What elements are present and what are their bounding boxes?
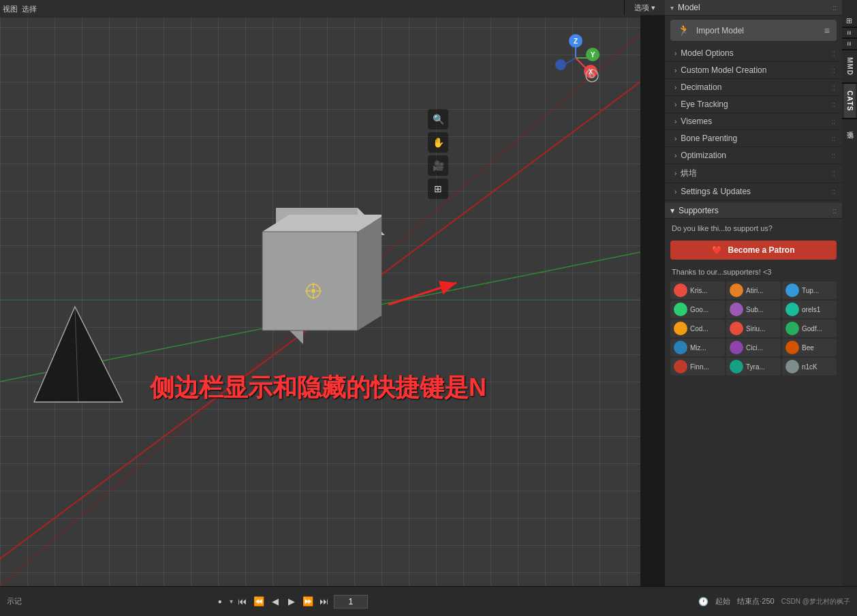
side-panel: ▾ Model :: 🏃 Import Model ≡ › Model Opti… [665, 0, 842, 586]
avatar-image [674, 322, 687, 335]
tab-icon-1[interactable]: ⊞ [843, 15, 856, 27]
model-options-chevron: › [674, 50, 676, 57]
thanks-label: Thanks to our...supporters! <3 [672, 268, 771, 276]
avatar-cell: Cici... [726, 339, 781, 356]
step-back-button[interactable]: ⏪ [252, 595, 266, 609]
select-label: 选项 [634, 3, 649, 13]
avatar-cell: Goo... [670, 301, 725, 318]
shortcut-overlay-text: 侧边栏显示和隐藏的快捷键是N [150, 371, 486, 405]
bone-parenting-grip: :: [831, 135, 835, 142]
next-frame-button[interactable]: ⏩ [301, 595, 315, 609]
model-options-item[interactable]: › Model Options :: [665, 45, 842, 62]
red-arrow-svg [388, 276, 477, 313]
svg-point-36 [586, 70, 598, 82]
avatar-name: Miz... [690, 344, 706, 352]
decimation-label: Decimation [681, 82, 721, 92]
custom-model-grip: :: [831, 67, 835, 74]
3d-viewport[interactable]: 侧边栏显示和隐藏的快捷键是N Z Y X 🔍 [0, 0, 640, 586]
right-tab-bar: ⊞ ≡ ≡ MMD CATS 选项 [842, 0, 857, 586]
supporters-support-text: Do you like thi...to support us? [665, 219, 842, 238]
prev-frame-button[interactable]: ◀ [268, 595, 282, 609]
decimation-item[interactable]: › Decimation :: [665, 79, 842, 96]
supporters-header[interactable]: ▾ Supporters :: [665, 203, 842, 219]
avatar-cell: Godf... [782, 320, 837, 337]
viewport-menu-item-2[interactable]: 选择 [22, 4, 37, 14]
import-model-menu-icon: ≡ [824, 25, 830, 36]
red-arrow-pointer [388, 276, 477, 316]
model-section-header[interactable]: ▾ Model :: [665, 0, 842, 16]
import-model-button[interactable]: 🏃 Import Model ≡ [670, 20, 837, 41]
bone-parenting-chevron: › [674, 135, 676, 142]
crosshair-icon [305, 283, 322, 299]
playback-controls: ● ▾ ⏮ ⏪ ◀ ▶ ⏩ ⏭ [213, 595, 368, 609]
avatar-cell: Tyra... [726, 358, 781, 375]
viewport-select-button[interactable]: 选项 ▾ [624, 0, 665, 15]
settings-updates-item[interactable]: › Settings & Updates :: [665, 183, 842, 200]
tab-icon-3[interactable]: ≡ [843, 39, 856, 48]
visemes-label: Visemes [681, 117, 712, 126]
viewport-menu-item[interactable]: 视图 [3, 4, 18, 14]
avatar-image [674, 283, 687, 297]
end-label: 结束点·250 [737, 596, 774, 606]
avatar-name: Sub... [746, 306, 764, 313]
camera-pyramid [27, 300, 146, 409]
dropdown-arrow-record[interactable]: ▾ [230, 598, 233, 605]
avatar-name: Cod... [690, 325, 708, 333]
decimation-grip: :: [831, 84, 835, 91]
select-arrow: ▾ [651, 3, 655, 12]
svg-marker-9 [358, 215, 381, 330]
tab-mmd[interactable]: MMD [844, 50, 856, 82]
visemes-chevron: › [674, 118, 676, 125]
zoom-icon[interactable]: 🔍 [428, 109, 448, 129]
custom-model-label: Custom Model Creation [681, 65, 766, 75]
optimization-label: Optimization [681, 151, 726, 160]
avatar-name: Bee [802, 344, 814, 352]
eye-tracking-chevron: › [674, 101, 676, 108]
visemes-item[interactable]: › Visemes :: [665, 113, 842, 130]
record-dot[interactable]: ● [213, 595, 227, 609]
avatar-cell: Tup... [782, 281, 837, 299]
eye-tracking-item[interactable]: › Eye Tracking :: [665, 96, 842, 113]
jump-start-button[interactable]: ⏮ [236, 595, 249, 609]
avatar-name: Atiri... [746, 287, 764, 294]
tab-icon-2[interactable]: ≡ [843, 28, 856, 37]
avatar-image [730, 322, 743, 335]
frame-number-input[interactable] [334, 595, 368, 609]
tab-cats[interactable]: CATS [844, 84, 856, 118]
avatar-image [785, 360, 799, 373]
hand-icon[interactable]: ✋ [428, 132, 448, 153]
avatar-cell: Sub... [726, 301, 781, 318]
settings-label: Settings & Updates [681, 187, 751, 196]
record-indicator: ● [218, 598, 222, 605]
baking-chevron: › [674, 170, 676, 177]
optimization-item[interactable]: › Optimization :: [665, 147, 842, 164]
avatar-cell: Kris... [670, 281, 725, 299]
thanks-text: Thanks to our...supporters! <3 [665, 265, 842, 281]
avatar-image [730, 360, 743, 373]
tab-extra[interactable]: 选项 [843, 119, 856, 133]
baking-item[interactable]: › 烘培 :: [665, 164, 842, 183]
supporters-section: ▾ Supporters :: Do you like thi...to sup… [665, 203, 842, 381]
svg-rect-7 [262, 232, 358, 330]
avatar-cell: Cod... [670, 320, 725, 337]
grid-icon[interactable]: ⊞ [428, 179, 448, 199]
avatar-image [674, 341, 687, 354]
camera-object [27, 300, 146, 412]
avatar-cell: Siriu... [726, 320, 781, 337]
jump-end-button[interactable]: ⏭ [317, 595, 331, 609]
eye-tracking-label: Eye Tracking [681, 99, 728, 109]
become-patron-button[interactable]: ❤️ Become a Patron [670, 241, 837, 260]
supporters-avatar-grid: Kris...Atiri...Tup...Goo...Sub...orels1C… [665, 281, 842, 381]
play-pause-button[interactable]: ▶ [285, 595, 298, 609]
camera-icon[interactable]: 🎥 [428, 155, 448, 176]
bone-parenting-label: Bone Parenting [681, 134, 737, 143]
model-section-grip: :: [832, 4, 837, 12]
avatar-name: orels1 [802, 306, 820, 313]
support-text-label: Do you like thi...to support us? [672, 224, 773, 232]
custom-model-creation-item[interactable]: › Custom Model Creation :: [665, 62, 842, 79]
bone-parenting-item[interactable]: › Bone Parenting :: [665, 130, 842, 147]
optimization-grip: :: [831, 152, 835, 159]
avatar-cell: Miz... [670, 339, 725, 356]
avatar-cell: Finn... [670, 358, 725, 375]
start-label: 起始 [715, 596, 730, 606]
